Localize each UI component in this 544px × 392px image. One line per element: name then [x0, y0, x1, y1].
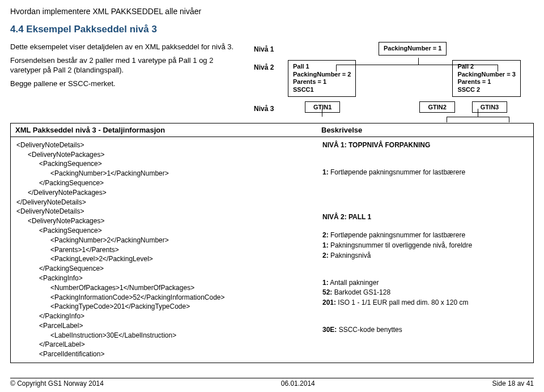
- detail-table: XML Pakkseddel nivå 3 - Detaljinformasjo…: [10, 123, 534, 363]
- level-2-label: Nivå 2: [254, 60, 282, 71]
- section-title: 4.4 Eksempel Pakkseddel nivå 3: [10, 24, 534, 35]
- footer-date: 06.01.2014: [281, 380, 315, 387]
- desc-parents: 1: Pakningsnummer til overliggende nivå,…: [322, 241, 528, 250]
- desc-packnum2: 2: Fortløpende pakningsnummer for lastbæ…: [322, 231, 528, 240]
- table-header-xml: XML Pakkseddel nivå 3 - Detaljinformasjo…: [11, 123, 317, 137]
- footer-copyright: © Copyright GS1 Norway 2014: [10, 380, 104, 387]
- gtin1-box: GTIN1: [305, 101, 340, 113]
- footer-page: Side 18 av 41: [492, 380, 534, 387]
- desc-infocode: 52: Barkodet GS1-128: [322, 288, 528, 297]
- intro-p2: Forsendelsen består av 2 paller med 1 va…: [10, 56, 243, 75]
- intro-p3: Begge pallene er SSCC-merket.: [10, 79, 243, 89]
- desc-niva2: NIVÅ 2: PALL 1: [322, 212, 528, 222]
- description-column: NIVÅ 1: TOPPNIVÅ FORPAKNING 1: 1: Fortlø…: [317, 137, 533, 363]
- desc-numpkg: 1: Antall pakninger: [322, 278, 528, 288]
- gtin2-box: GTIN2: [419, 101, 454, 113]
- desc-packnum1: 1: 1: Fortløpende pakningsnummer for las…: [322, 168, 528, 177]
- intro-text: Dette eksempelet viser detaljdelen av en…: [10, 42, 243, 117]
- page-footer: © Copyright GS1 Norway 2014 06.01.2014 S…: [10, 378, 534, 387]
- desc-level: 2: Pakningsnivå: [322, 251, 528, 261]
- desc-label: 30E: SSCC-kode benyttes: [322, 325, 528, 335]
- intro-p1: Dette eksempelet viser detaljdelen av en…: [10, 42, 243, 52]
- packingnumber-1-box: PackingNumber = 1: [379, 42, 447, 56]
- table-header-desc: Beskrivelse: [317, 123, 533, 137]
- xml-content: <DeliveryNoteDetails> <DeliveryNotePacka…: [11, 137, 317, 363]
- level-1-label: Nivå 1: [254, 42, 282, 53]
- level-3-label: Nivå 3: [254, 101, 282, 113]
- desc-niva1: NIVÅ 1: TOPPNIVÅ FORPAKNING: [322, 140, 528, 150]
- pall-2-box: Pall 2 PackingNumber = 3 Parents = 1 SSC…: [452, 60, 520, 97]
- pall-1-box: Pall 1 PackingNumber = 2 Parents = 1 SSC…: [288, 60, 356, 97]
- doc-header: Hvordan implementere XML PAKKSEDDEL alle…: [10, 7, 534, 16]
- hierarchy-diagram: Nivå 1 PackingNumber = 1 Nivå 2 Pall 1 P…: [254, 42, 534, 117]
- desc-typecode: 201: ISO 1 - 1/1 EUR pall med dim. 80 x …: [322, 298, 528, 308]
